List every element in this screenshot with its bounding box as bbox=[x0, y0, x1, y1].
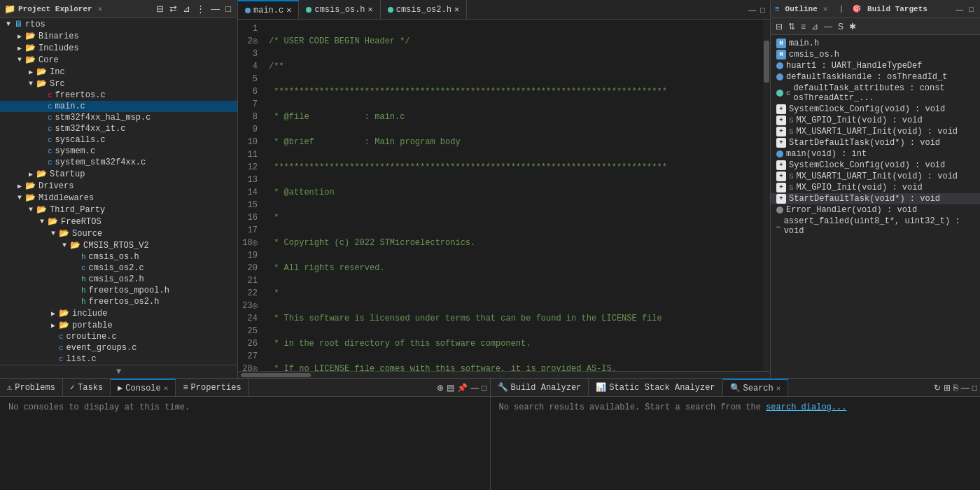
editor-content[interactable]: 12◎345 678910 1112131415 161718◎1920 212… bbox=[238, 20, 770, 371]
outline-item-main-fn[interactable]: main(void) : int bbox=[771, 148, 980, 160]
outline-item-start-task2[interactable]: + StartDefaultTask(void*) : void bbox=[771, 193, 980, 204]
tree-item-core[interactable]: ▼ 📂 Core bbox=[0, 54, 237, 66]
tree-item-cmsis-os2-c[interactable]: ▶ c cmsis_os2.c bbox=[0, 262, 237, 274]
outline-item-defaulttaskhandle[interactable]: defaultTaskHandle : osThreadId_t bbox=[771, 71, 980, 83]
outline-minimize[interactable]: — bbox=[953, 5, 965, 13]
search-minimize[interactable]: — bbox=[961, 383, 969, 393]
outline-filter[interactable]: ⊿ bbox=[809, 21, 820, 32]
console-new[interactable]: ⊕ bbox=[437, 383, 444, 393]
editor-vertical-scrollbar[interactable] bbox=[763, 20, 770, 371]
tree-item-croutine[interactable]: ▶ c croutine.c bbox=[0, 331, 237, 342]
outline-hide-static[interactable]: S bbox=[836, 21, 846, 32]
outline-item-assert-failed[interactable]: ✏ assert_failed(uint8_t*, uint32_t) : vo… bbox=[771, 216, 980, 237]
tab-static-stack[interactable]: 📊 Static Stack Analyzer bbox=[589, 379, 722, 396]
minimize-button[interactable]: — bbox=[209, 3, 222, 15]
outline-hide-fields[interactable]: — bbox=[822, 21, 834, 32]
tree-item-rtos[interactable]: ▼ 🖥 rtos bbox=[0, 18, 237, 30]
outline-item-huart1[interactable]: huart1 : UART_HandleTypeDef bbox=[771, 60, 980, 71]
close-cmsis-os2-h[interactable]: ✕ bbox=[454, 4, 459, 15]
outline-asterisk[interactable]: ✱ bbox=[847, 21, 858, 32]
tree-item-sysmem[interactable]: ▶ c sysmem.c bbox=[0, 146, 237, 157]
outline-item-gpio-init[interactable]: + S MX_GPIO_Init(void) : void bbox=[771, 115, 980, 126]
outline-item-usart-init[interactable]: + S MX_USART1_UART_Init(void) : void bbox=[771, 126, 980, 137]
tab-properties[interactable]: ≡ Properties bbox=[176, 379, 248, 396]
tab-problems[interactable]: ⚠ Problems bbox=[0, 379, 63, 396]
arrow-binaries: ▶ bbox=[14, 32, 25, 41]
tree-item-binaries[interactable]: ▶ 📂 Binaries bbox=[0, 30, 237, 42]
tab-search[interactable]: 🔍 Search ✕ bbox=[723, 379, 789, 396]
outline-item-sysclock2[interactable]: + SystemClock_Config(void) : void bbox=[771, 160, 980, 171]
outline-icon-start-task2: + bbox=[776, 194, 786, 204]
outline-item-usart-init2[interactable]: + S MX_USART1_UART_Init(void) : void bbox=[771, 171, 980, 182]
outline-item-cmsis-os-h[interactable]: H cmsis_os.h bbox=[771, 49, 980, 60]
console-display[interactable]: ▤ bbox=[447, 383, 454, 393]
code-editor[interactable]: /* USER CODE BEGIN Header */ /** *******… bbox=[263, 20, 763, 371]
project-explorer-close[interactable]: ✕ bbox=[98, 4, 103, 13]
tree-item-syscalls[interactable]: ▶ c syscalls.c bbox=[0, 134, 237, 146]
search-expand[interactable]: ⊞ bbox=[944, 383, 951, 393]
outline-item-error-handler[interactable]: Error_Handler(void) : void bbox=[771, 204, 980, 216]
tree-item-event-groups[interactable]: ▶ c event_groups.c bbox=[0, 342, 237, 354]
search-dialog-link[interactable]: search dialog... bbox=[766, 402, 846, 412]
tree-item-drivers[interactable]: ▶ 📂 Drivers bbox=[0, 180, 237, 192]
freertos-icon: 📂 bbox=[48, 216, 58, 227]
editor-minimize[interactable]: — bbox=[746, 6, 758, 14]
outline-sort2[interactable]: ≡ bbox=[799, 21, 808, 32]
tree-item-it[interactable]: ▶ c stm32f4xx_it.c bbox=[0, 123, 237, 134]
outline-sort[interactable]: ⇅ bbox=[786, 21, 797, 32]
tab-console[interactable]: ▶ Console ✕ bbox=[111, 379, 176, 396]
tree-item-freertos-mpool[interactable]: ▶ h freertos_mpool.h bbox=[0, 285, 237, 296]
console-minimize[interactable]: — bbox=[470, 383, 479, 393]
tree-item-source[interactable]: ▼ 📂 Source bbox=[0, 227, 237, 239]
search-maximize[interactable]: □ bbox=[972, 383, 977, 393]
editor-tab-cmsis-os2-h[interactable]: cmsis_os2.h ✕ bbox=[381, 0, 467, 19]
outline-item-defaulttask-attr[interactable]: c defaultTask_attributes : const osThrea… bbox=[771, 83, 980, 104]
search-export[interactable]: ⎘ bbox=[953, 383, 958, 393]
tree-item-cmsis-os2-h[interactable]: ▶ h cmsis_os2.h bbox=[0, 274, 237, 285]
editor-tab-main-c[interactable]: main.c ✕ bbox=[238, 0, 299, 19]
tree-item-freertos-c[interactable]: ▶ c freertos.c bbox=[0, 90, 237, 101]
filter-button[interactable]: ⊿ bbox=[181, 3, 192, 15]
tree-item-third-party[interactable]: ▼ 📂 Third_Party bbox=[0, 204, 237, 216]
maximize-button[interactable]: □ bbox=[223, 3, 233, 15]
editor-horizontal-scrollbar[interactable] bbox=[238, 371, 770, 378]
link-editor-button[interactable]: ⇄ bbox=[167, 3, 179, 15]
more-button[interactable]: ⋮ bbox=[194, 3, 207, 15]
tab-build-analyzer[interactable]: 🔧 Build Analyzer bbox=[491, 379, 589, 396]
editor-tab-cmsis-os-h[interactable]: cmsis_os.h ✕ bbox=[299, 0, 380, 19]
tree-item-cmsis-os-h[interactable]: ▶ h cmsis_os.h bbox=[0, 251, 237, 262]
tree-item-src[interactable]: ▼ 📂 Src bbox=[0, 78, 237, 90]
outline-collapse[interactable]: ⊟ bbox=[774, 21, 785, 32]
search-refresh[interactable]: ↻ bbox=[934, 383, 941, 393]
tree-item-inc[interactable]: ▶ 📂 Inc bbox=[0, 66, 237, 78]
outline-item-main-h[interactable]: H main.h bbox=[771, 38, 980, 49]
sysmem-icon: c bbox=[48, 147, 52, 155]
collapse-all-button[interactable]: ⊟ bbox=[154, 3, 166, 15]
close-console[interactable]: ✕ bbox=[164, 384, 169, 393]
cmsis-rtos-icon: 📂 bbox=[70, 240, 80, 251]
close-search-tab[interactable]: ✕ bbox=[776, 384, 781, 393]
console-pin[interactable]: 📌 bbox=[457, 383, 468, 393]
outline-maximize[interactable]: □ bbox=[967, 5, 976, 13]
editor-maximize[interactable]: □ bbox=[758, 6, 767, 14]
tree-item-list[interactable]: ▶ c list.c bbox=[0, 354, 237, 365]
tree-item-freertos[interactable]: ▼ 📂 FreeRTOS bbox=[0, 216, 237, 227]
outline-item-sysclock[interactable]: + SystemClock_Config(void) : void bbox=[771, 104, 980, 115]
outline-item-gpio-init2[interactable]: + S MX_GPIO_Init(void) : void bbox=[771, 182, 980, 193]
tree-item-include[interactable]: ▶ 📂 include bbox=[0, 307, 237, 319]
outline-close[interactable]: ✕ bbox=[823, 4, 828, 13]
tree-item-hal-msp[interactable]: ▶ c stm32f4xx_hal_msp.c bbox=[0, 112, 237, 123]
tree-item-main-c[interactable]: ▶ c main.c bbox=[0, 101, 237, 112]
tab-tasks[interactable]: ✓ Tasks bbox=[63, 379, 111, 396]
tree-item-freertos-os2-h[interactable]: ▶ h freertos_os2.h bbox=[0, 296, 237, 307]
outline-item-start-task[interactable]: + StartDefaultTask(void*) : void bbox=[771, 137, 980, 148]
tree-item-cmsis-rtos[interactable]: ▼ 📂 CMSIS_RTOS_V2 bbox=[0, 239, 237, 251]
console-maximize[interactable]: □ bbox=[482, 383, 486, 393]
tree-item-startup[interactable]: ▶ 📂 Startup bbox=[0, 168, 237, 180]
close-main-c[interactable]: ✕ bbox=[286, 5, 291, 15]
tree-item-includes[interactable]: ▶ 📂 Includes bbox=[0, 42, 237, 54]
close-cmsis-os-h[interactable]: ✕ bbox=[368, 4, 372, 15]
tree-item-middlewares[interactable]: ▼ 📂 Middlewares bbox=[0, 192, 237, 204]
tree-item-portable[interactable]: ▶ 📂 portable bbox=[0, 319, 237, 331]
tree-item-system[interactable]: ▶ c system_stm32f4xx.c bbox=[0, 157, 237, 168]
